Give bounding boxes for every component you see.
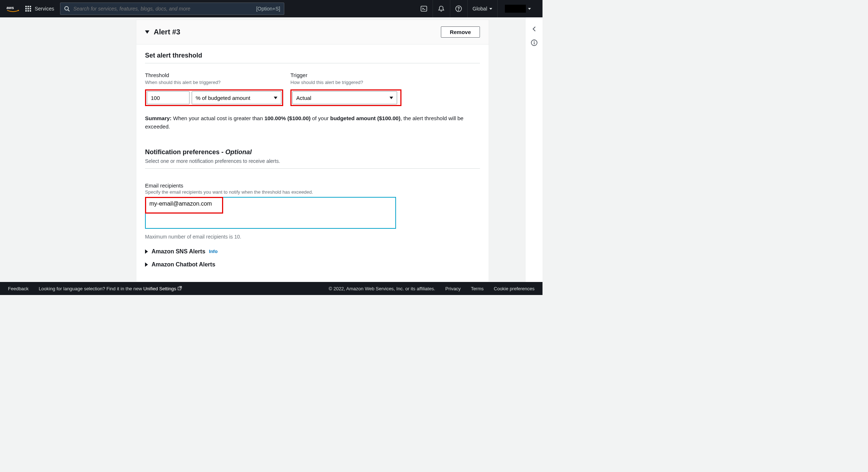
notifications-button[interactable] xyxy=(433,0,450,17)
notif-title-main: Notification preferences - xyxy=(145,148,225,156)
help-icon xyxy=(455,5,462,12)
cloudshell-icon xyxy=(420,5,427,12)
threshold-trigger-row: Threshold When should this alert be trig… xyxy=(145,72,480,106)
external-link-icon xyxy=(178,286,182,291)
sns-alerts-expander[interactable]: Amazon SNS Alerts Info xyxy=(145,248,480,255)
search-icon xyxy=(64,6,70,12)
feedback-link[interactable]: Feedback xyxy=(8,286,29,291)
summary-text2: of your xyxy=(311,115,330,121)
svg-line-11 xyxy=(179,286,182,288)
notif-title-optional: Optional xyxy=(225,148,252,156)
svg-point-1 xyxy=(65,7,68,10)
expand-icon xyxy=(145,262,148,267)
alert-panel-body: Set alert threshold Threshold When shoul… xyxy=(136,45,489,277)
threshold-field: Threshold When should this alert be trig… xyxy=(145,72,283,106)
caret-down-icon xyxy=(274,97,277,99)
search-shortcut-hint: [Option+S] xyxy=(256,6,280,12)
collapse-toggle[interactable] xyxy=(145,30,149,34)
threshold-unit-value: % of budgeted amount xyxy=(196,95,250,101)
chatbot-alerts-expander[interactable]: Amazon Chatbot Alerts xyxy=(145,261,480,268)
copyright: © 2022, Amazon Web Services, Inc. or its… xyxy=(329,286,435,291)
region-label: Global xyxy=(473,6,487,12)
summary-amt: budgeted amount ($100.00) xyxy=(330,115,400,121)
svg-point-6 xyxy=(458,10,459,11)
divider xyxy=(145,168,480,169)
email-recipients-input[interactable] xyxy=(145,197,396,229)
region-selector[interactable]: Global xyxy=(467,0,497,17)
account-menu[interactable] xyxy=(497,0,536,17)
caret-down-icon xyxy=(489,8,492,10)
top-navigation: aws Services [Option+S] xyxy=(0,0,542,17)
caret-down-icon xyxy=(390,97,393,99)
aws-logo-icon: aws xyxy=(7,5,20,13)
email-max-note: Maximum number of email recipients is 10… xyxy=(145,234,480,240)
expand-icon xyxy=(145,249,148,254)
email-help: Specify the email recipients you want to… xyxy=(145,189,480,195)
alert-panel: Alert #3 Remove Set alert threshold Thre… xyxy=(136,20,489,282)
trigger-help: How should this alert be triggered? xyxy=(290,80,401,85)
remove-button[interactable]: Remove xyxy=(441,26,480,38)
threshold-label: Threshold xyxy=(145,72,283,78)
bell-icon xyxy=(438,5,445,12)
alert-panel-header: Alert #3 Remove xyxy=(136,20,489,45)
svg-rect-9 xyxy=(534,42,535,45)
summary-pct: 100.00% ($100.00) xyxy=(264,115,311,121)
collapse-rail-button[interactable] xyxy=(528,23,540,35)
lang-hint-text: Looking for language selection? Find it … xyxy=(39,286,143,291)
sns-info-link[interactable]: Info xyxy=(209,249,218,254)
email-label: Email recipients xyxy=(145,182,480,189)
threshold-section-title: Set alert threshold xyxy=(145,52,480,63)
terms-link[interactable]: Terms xyxy=(471,286,484,291)
chevron-left-icon xyxy=(531,26,537,32)
email-input-wrap xyxy=(145,197,480,230)
notif-title: Notification preferences - Optional xyxy=(145,148,480,156)
trigger-field: Trigger How should this alert be trigger… xyxy=(290,72,401,106)
threshold-value-input[interactable] xyxy=(147,91,190,104)
right-tools-rail xyxy=(525,17,542,282)
threshold-help: When should this alert be triggered? xyxy=(145,80,283,85)
chatbot-alerts-title: Amazon Chatbot Alerts xyxy=(152,261,215,268)
sns-alerts-title: Amazon SNS Alerts xyxy=(152,248,205,255)
svg-text:aws: aws xyxy=(7,5,14,10)
trigger-dropdown[interactable]: Actual xyxy=(292,91,397,104)
summary-label: Summary: xyxy=(145,115,171,121)
global-search[interactable]: [Option+S] xyxy=(60,3,284,15)
alert-title: Alert #3 xyxy=(154,28,180,36)
search-input[interactable] xyxy=(73,6,252,12)
highlight-trigger: Actual xyxy=(290,89,401,106)
help-button[interactable] xyxy=(450,0,467,17)
topnav-icons: Global xyxy=(415,0,536,17)
cookie-prefs-link[interactable]: Cookie preferences xyxy=(494,286,535,291)
highlight-threshold: % of budgeted amount xyxy=(145,89,283,106)
caret-down-icon xyxy=(528,8,531,10)
trigger-value: Actual xyxy=(296,95,311,101)
footer: Feedback Looking for language selection?… xyxy=(0,282,542,295)
summary-text1: When your actual cost is greater than xyxy=(171,115,264,121)
grid-icon xyxy=(25,6,31,12)
privacy-link[interactable]: Privacy xyxy=(445,286,461,291)
trigger-label: Trigger xyxy=(290,72,401,78)
left-gutter xyxy=(0,17,136,282)
services-label: Services xyxy=(35,6,54,12)
threshold-summary: Summary: When your actual cost is greate… xyxy=(145,114,480,131)
info-rail-button[interactable] xyxy=(528,37,540,49)
account-id-masked xyxy=(505,5,526,13)
svg-line-2 xyxy=(68,10,69,11)
divider xyxy=(145,63,480,63)
notif-subtitle: Select one or more notification preferen… xyxy=(145,158,480,164)
services-menu-button[interactable]: Services xyxy=(25,6,54,12)
cloudshell-button[interactable] xyxy=(415,0,433,17)
info-icon xyxy=(531,39,538,46)
lang-hint: Looking for language selection? Find it … xyxy=(39,286,182,291)
unified-settings-link[interactable]: Unified Settings xyxy=(143,286,182,291)
workspace: Alert #3 Remove Set alert threshold Thre… xyxy=(0,17,542,282)
svg-point-8 xyxy=(533,41,534,42)
threshold-unit-dropdown[interactable]: % of budgeted amount xyxy=(192,91,281,104)
